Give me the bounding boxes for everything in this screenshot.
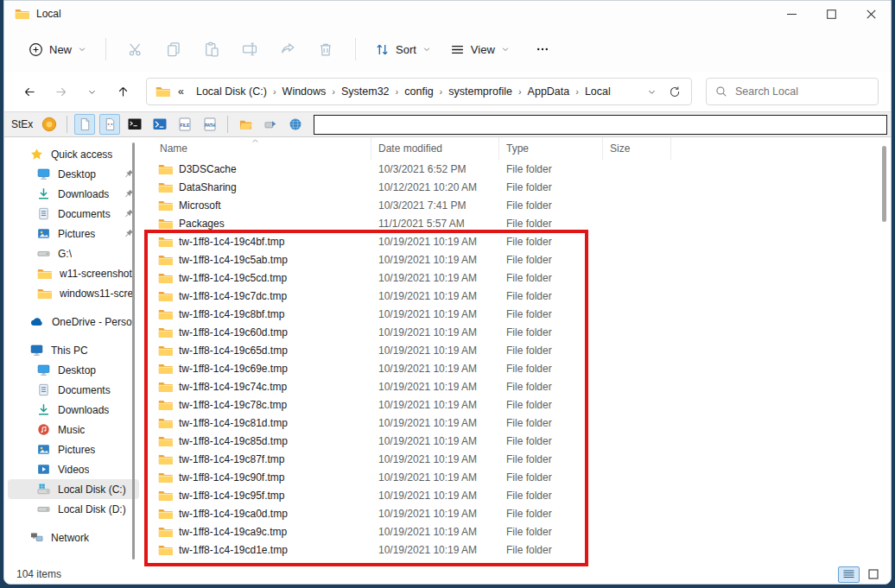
divider (105, 38, 106, 60)
recent-locations-button[interactable] (79, 79, 105, 104)
file-row[interactable]: Packages 11/1/2021 5:57 AM File folder (143, 214, 891, 232)
breadcrumb-segment[interactable]: System32 (337, 82, 394, 101)
new-file-button[interactable] (74, 114, 95, 135)
file-row[interactable]: tw-1ff8-1c4-19c8bf.tmp 10/19/2021 10:19 … (143, 305, 891, 323)
delete-button[interactable] (307, 34, 345, 65)
breadcrumb-segment[interactable]: systemprofile (444, 82, 517, 101)
sidebar-item-desktop[interactable]: Desktop (8, 360, 139, 380)
view-button[interactable]: View (441, 36, 518, 63)
file-row[interactable]: tw-1ff8-1c4-19c87f.tmp 10/19/2021 10:19 … (143, 450, 891, 468)
file-row[interactable]: tw-1ff8-1c4-19c74c.tmp 10/19/2021 10:19 … (143, 377, 891, 395)
file-row[interactable]: tw-1ff8-1c4-19c90f.tmp 10/19/2021 10:19 … (143, 468, 891, 486)
desktop-icon (37, 168, 50, 180)
sidebar-item-downloads[interactable]: Downloads (8, 400, 139, 420)
stex-label: StEx (11, 118, 33, 130)
details-view-button[interactable] (838, 566, 860, 583)
sidebar-item-videos[interactable]: Videos (8, 459, 139, 479)
file-date-modified: 10/19/2021 10:19 AM (371, 435, 499, 447)
file-list-scrollbar[interactable] (881, 137, 888, 565)
large-icons-view-button[interactable] (862, 566, 884, 583)
sidebar-item-documents[interactable]: Documents (8, 380, 139, 400)
sidebar-item-network[interactable]: Network (8, 528, 139, 547)
maximize-button[interactable] (811, 1, 851, 27)
sidebar-item-quick-access[interactable]: Quick access (8, 144, 139, 164)
file-date-modified: 10/19/2021 10:19 AM (371, 345, 499, 357)
options-folder-button[interactable] (235, 114, 256, 135)
chevron-down-icon[interactable] (647, 87, 657, 97)
stex-logo-button[interactable] (39, 114, 60, 135)
file-row[interactable]: tw-1ff8-1c4-19c5ab.tmp 10/19/2021 10:19 … (143, 250, 891, 269)
file-row[interactable]: tw-1ff8-1c4-19c5cd.tmp 10/19/2021 10:19 … (143, 269, 891, 287)
scrollbar-thumb[interactable] (882, 146, 886, 222)
share-button[interactable] (269, 34, 307, 65)
column-header-size[interactable]: Size (603, 137, 671, 160)
back-button[interactable] (16, 79, 42, 104)
file-row[interactable]: tw-1ff8-1c4-19ca9c.tmp 10/19/2021 10:19 … (143, 522, 891, 541)
column-header-type[interactable]: Type (499, 137, 603, 160)
sort-button[interactable]: Sort (366, 36, 440, 63)
sidebar-item-local-disk-d[interactable]: Local Disk (D:) (8, 499, 139, 519)
breadcrumb-segment[interactable]: Local (581, 82, 615, 101)
file-name: tw-1ff8-1c4-19c4bf.tmp (179, 236, 285, 248)
file-row[interactable]: tw-1ff8-1c4-19c78c.tmp 10/19/2021 10:19 … (143, 395, 891, 414)
file-row[interactable]: DataSharing 10/12/2021 10:20 AM File fol… (143, 178, 891, 196)
paste-button[interactable] (193, 34, 231, 65)
file-name: tw-1ff8-1c4-19c69e.tmp (179, 363, 288, 375)
rename-batch-button[interactable]: *.* (99, 114, 120, 135)
sidebar-item-music[interactable]: Music (8, 420, 139, 439)
breadcrumb-collapsed[interactable]: « (174, 82, 188, 101)
sidebar-item-w11-screenshot[interactable]: w11-screenshot (8, 263, 139, 283)
file-row[interactable]: tw-1ff8-1c4-19c69e.tmp 10/19/2021 10:19 … (143, 359, 891, 377)
sidebar-item-label: OneDrive - Person (52, 316, 134, 328)
sidebar-scrollbar[interactable] (132, 142, 135, 560)
cut-button[interactable] (117, 34, 155, 65)
rename-button[interactable] (231, 34, 269, 65)
breadcrumb[interactable]: « Local Disk (C:)›Windows›System32›confi… (146, 78, 692, 105)
file-row[interactable]: tw-1ff8-1c4-19c81d.tmp 10/19/2021 10:19 … (143, 414, 891, 432)
copy-filenames-button[interactable]: FILE (175, 114, 195, 135)
forward-button[interactable] (48, 79, 73, 104)
stex-command-input[interactable] (314, 115, 887, 135)
sidebar-item-g[interactable]: G:\ (8, 243, 139, 263)
sidebar-item-downloads[interactable]: Downloads (8, 184, 139, 204)
see-more-button[interactable] (527, 36, 558, 62)
sidebar-item-documents[interactable]: Documents (8, 204, 139, 224)
sidebar-item-this-pc[interactable]: This PC (8, 340, 139, 360)
file-row[interactable]: tw-1ff8-1c4-19c95f.tmp 10/19/2021 10:19 … (143, 486, 891, 504)
search-input[interactable] (735, 85, 869, 98)
file-row[interactable]: Microsoft 10/3/2021 7:41 PM File folder (143, 196, 891, 214)
breadcrumb-segment[interactable]: Local Disk (C:) (192, 82, 271, 101)
minimize-button[interactable] (771, 1, 811, 27)
file-row[interactable]: tw-1ff8-1c4-19c65d.tmp 10/19/2021 10:19 … (143, 341, 891, 359)
sidebar-item-local-disk-c[interactable]: Local Disk (C:) (8, 479, 139, 499)
file-row[interactable]: tw-1ff8-1c4-19c60d.tmp 10/19/2021 10:19 … (143, 323, 891, 341)
file-row[interactable]: tw-1ff8-1c4-19ca0d.tmp 10/19/2021 10:19 … (143, 504, 891, 522)
breadcrumb-segment[interactable]: config (400, 82, 437, 101)
sidebar-item-windows11-scre[interactable]: windows11-scre (8, 283, 139, 303)
breadcrumb-segment[interactable]: AppData (524, 82, 574, 101)
file-row[interactable]: tw-1ff8-1c4-19c4bf.tmp 10/19/2021 10:19 … (143, 232, 891, 250)
close-button[interactable] (851, 1, 891, 27)
file-row[interactable]: tw-1ff8-1c4-19c85d.tmp 10/19/2021 10:19 … (143, 432, 891, 450)
new-button[interactable]: New (20, 36, 95, 63)
up-button[interactable] (110, 79, 136, 104)
folder-icon (158, 381, 173, 393)
sidebar-item-onedrive-person[interactable]: OneDrive - Person (8, 312, 139, 332)
copy-paths-button[interactable]: PATH (200, 114, 220, 135)
sidebar-item-pictures[interactable]: Pictures (8, 224, 139, 243)
file-row[interactable]: D3DSCache 10/3/2021 6:52 PM File folder (143, 160, 891, 178)
console-button[interactable] (124, 114, 145, 135)
file-row[interactable]: tw-1ff8-1c4-19cd1e.tmp 10/19/2021 10:19 … (143, 541, 891, 559)
send-button[interactable] (260, 114, 281, 135)
breadcrumb-segment[interactable]: Windows (278, 82, 331, 101)
file-row[interactable]: tw-1ff8-1c4-19c7dc.tmp 10/19/2021 10:19 … (143, 287, 891, 305)
share-icon (280, 41, 295, 57)
internet-button[interactable] (285, 114, 306, 135)
sidebar-item-label: Local Disk (D:) (58, 503, 126, 515)
column-header-date-modified[interactable]: Date modified (371, 137, 499, 160)
refresh-icon[interactable] (669, 85, 681, 98)
sidebar-item-desktop[interactable]: Desktop (8, 164, 139, 184)
sidebar-item-pictures[interactable]: Pictures (8, 439, 139, 459)
copy-button[interactable] (155, 34, 193, 65)
powershell-button[interactable] (149, 114, 170, 135)
